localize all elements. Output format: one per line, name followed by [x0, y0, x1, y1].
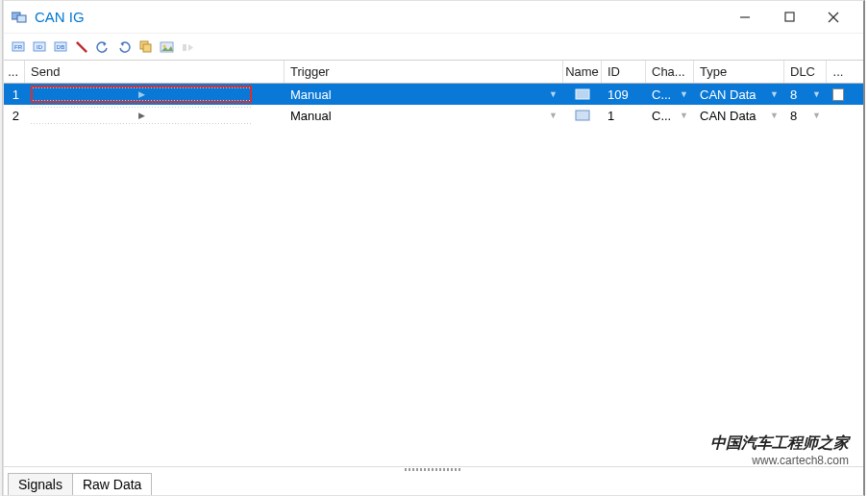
type-value: CAN Data	[700, 87, 756, 102]
app-window: CAN IG FR ID DB ... Send Trigger Name ID…	[3, 0, 865, 496]
tab-raw-data[interactable]: Raw Data	[72, 473, 152, 495]
dlc-cell[interactable]: 8▼	[784, 84, 827, 105]
checkbox[interactable]	[832, 88, 844, 101]
grid-header: ... Send Trigger Name ID Cha... Type DLC…	[4, 61, 863, 84]
redo-icon[interactable]	[115, 38, 133, 56]
frame-icon	[575, 88, 590, 100]
add-db-icon[interactable]: DB	[52, 38, 69, 56]
data-grid: 1 ▶ Manual▼ 109 C...▼ CAN Data▼ 8▼ 2 ▶ M…	[4, 84, 863, 466]
chevron-down-icon: ▼	[808, 89, 821, 99]
table-row[interactable]: 1 ▶ Manual▼ 109 C...▼ CAN Data▼ 8▼	[4, 84, 863, 105]
chevron-down-icon: ▼	[766, 111, 779, 120]
play-icon: ▶	[138, 89, 145, 99]
chevron-down-icon: ▼	[676, 89, 688, 99]
toolbar: FR ID DB	[4, 34, 863, 61]
dlc-value: 8	[790, 109, 797, 123]
svg-text:FR: FR	[14, 44, 23, 50]
chevron-down-icon: ▼	[808, 111, 821, 120]
type-cell[interactable]: CAN Data▼	[694, 84, 784, 105]
svg-rect-19	[576, 89, 589, 99]
svg-rect-18	[183, 44, 186, 51]
chevron-down-icon: ▼	[676, 111, 688, 120]
channel-value: C...	[652, 109, 671, 123]
svg-point-17	[162, 44, 165, 47]
undo-icon[interactable]	[94, 38, 112, 56]
name-cell[interactable]	[563, 105, 602, 126]
header-type[interactable]: Type	[694, 61, 784, 83]
frame-icon	[575, 110, 590, 121]
header-channel[interactable]: Cha...	[646, 61, 694, 83]
maximize-button[interactable]	[767, 3, 811, 32]
header-last[interactable]: ...	[827, 61, 850, 83]
send-cell[interactable]: ▶	[25, 84, 285, 105]
channel-cell[interactable]: C...▼	[646, 105, 694, 126]
name-cell[interactable]	[563, 84, 602, 105]
trigger-value: Manual	[290, 87, 332, 102]
dlc-cell[interactable]: 8▼	[784, 105, 827, 126]
grip-icon	[405, 468, 462, 471]
channel-cell[interactable]: C...▼	[646, 84, 694, 105]
trigger-value: Manual	[290, 109, 332, 123]
step-icon[interactable]	[179, 38, 196, 56]
add-frame-icon[interactable]: FR	[10, 38, 27, 56]
close-button[interactable]	[811, 3, 856, 32]
chevron-down-icon: ▼	[766, 89, 779, 99]
app-icon	[12, 10, 29, 25]
svg-text:ID: ID	[37, 44, 43, 50]
svg-rect-1	[17, 15, 26, 22]
checkbox-cell[interactable]	[827, 84, 850, 105]
header-name[interactable]: Name	[563, 61, 602, 83]
titlebar: CAN IG	[4, 1, 863, 34]
minimize-button[interactable]	[723, 3, 767, 32]
svg-rect-20	[576, 111, 589, 120]
row-number: 2	[4, 105, 25, 126]
trigger-cell[interactable]: Manual▼	[285, 105, 563, 126]
add-id-icon[interactable]: ID	[31, 38, 48, 56]
id-cell[interactable]: 1	[602, 105, 646, 126]
table-row[interactable]: 2 ▶ Manual▼ 1 C...▼ CAN Data▼ 8▼	[4, 105, 863, 126]
header-id[interactable]: ID	[602, 61, 646, 83]
bottom-tabs: Signals Raw Data	[4, 472, 863, 495]
image-icon[interactable]	[158, 38, 175, 56]
svg-rect-3	[785, 12, 794, 21]
header-dlc[interactable]: DLC	[784, 61, 827, 83]
type-cell[interactable]: CAN Data▼	[694, 105, 784, 126]
chevron-down-icon: ▼	[545, 111, 558, 120]
chevron-down-icon: ▼	[545, 89, 558, 99]
copy-icon[interactable]	[136, 38, 154, 56]
window-controls	[723, 3, 856, 32]
tab-signals[interactable]: Signals	[8, 473, 73, 495]
play-icon: ▶	[138, 111, 145, 120]
svg-text:DB: DB	[57, 44, 64, 50]
header-trigger[interactable]: Trigger	[285, 61, 563, 83]
row-number: 1	[4, 84, 25, 105]
svg-line-13	[77, 42, 87, 52]
checkbox-cell[interactable]	[827, 105, 850, 126]
type-value: CAN Data	[700, 109, 756, 123]
trigger-cell[interactable]: Manual▼	[285, 84, 563, 105]
window-left-edge	[0, 0, 3, 496]
header-more[interactable]: ...	[4, 61, 25, 83]
id-cell[interactable]: 109	[602, 84, 646, 105]
svg-rect-15	[143, 44, 151, 52]
delete-icon[interactable]	[73, 38, 90, 56]
window-title: CAN IG	[35, 9, 85, 25]
send-cell[interactable]: ▶	[25, 105, 285, 126]
dlc-value: 8	[790, 87, 797, 102]
channel-value: C...	[652, 87, 671, 102]
header-send[interactable]: Send	[25, 61, 285, 83]
